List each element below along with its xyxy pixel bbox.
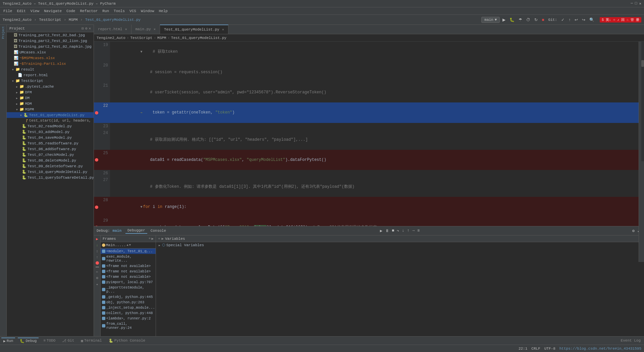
tree-item-test09[interactable]: 🐍 Test_09_deleteSoftware.py (7, 163, 94, 169)
tree-item-test11[interactable]: 🐍 Test_11_querySoftwareDetail.py (7, 175, 94, 180)
tree-item-napkin-jpg[interactable]: 🖼 Training_part2_Test_02_napkin.jpg (7, 44, 94, 49)
run-config-selector[interactable]: main ▼ (481, 17, 500, 23)
tree-item-test06[interactable]: 🐍 Test_06_addSoftware.py (7, 146, 94, 152)
variables-expand-icon[interactable]: ▶ (162, 236, 164, 241)
tree-item-test10[interactable]: 🐍 Test_10_queryModelDetail.py (7, 169, 94, 175)
bp-24[interactable] (94, 130, 99, 150)
bp-19[interactable] (94, 42, 99, 62)
code-editor[interactable]: 19 ▼ # 获取token 20 # session = requests.s… (94, 42, 644, 226)
debug-icon-pause[interactable]: ⏸ (384, 228, 390, 233)
menu-view[interactable]: View (29, 8, 41, 14)
stop-button[interactable]: ■ (540, 17, 545, 23)
menu-window[interactable]: Window (139, 8, 156, 14)
step-over-icon[interactable]: ↓ (96, 243, 98, 247)
step-out-icon[interactable]: ↑ (96, 255, 98, 259)
event-log-tab[interactable]: Event Log (619, 338, 643, 343)
scrollbar-thumb[interactable] (641, 60, 644, 67)
debug-icon-stop[interactable]: ■ (391, 228, 395, 233)
debug-icon-step-into[interactable]: ↓ (401, 228, 405, 233)
fold-icon-28[interactable]: ▼ (140, 205, 142, 209)
frame-item-9[interactable]: _inject_setup_module... (101, 305, 156, 310)
tree-item-umcases[interactable]: 📊 UMcases.xlsx (7, 49, 94, 55)
tree-item-test02[interactable]: 🐍 Test_02_readModel.py (7, 123, 94, 129)
thread-down-icon[interactable]: ▼ (129, 244, 131, 247)
tree-item-bad-jpg[interactable]: 🖼 Training_part2_Test_02_bad.jpg (7, 32, 94, 38)
tree-item-test07[interactable]: 🐍 Test_07_checkModel.py (7, 152, 94, 158)
tree-item-report-html[interactable]: 📄 report.html (7, 72, 94, 78)
debug-settings-icon[interactable]: ⚙ (632, 228, 635, 233)
minimize-button[interactable]: ─ (631, 1, 633, 6)
fold-icon-19[interactable]: ▼ (140, 50, 142, 54)
search-everywhere-button[interactable]: 🔍 (588, 17, 596, 23)
debug-tab-bottom[interactable]: 🐛 Debug (18, 338, 39, 344)
undo-button[interactable]: ↩ (573, 17, 579, 23)
run-button[interactable]: ▶ (501, 17, 507, 23)
breakpoint-icon[interactable] (96, 261, 99, 265)
terminal-tab[interactable]: ▣ Terminal (79, 338, 104, 344)
frame-item-3[interactable]: <frame not available> (101, 269, 156, 274)
tree-item-test08[interactable]: 🐍 Test_08_deleteModel.py (7, 158, 94, 163)
profile-button[interactable]: ⏱ (525, 17, 532, 23)
maximize-button[interactable]: □ (635, 1, 637, 6)
debug-icon-step-out[interactable]: ↑ (407, 228, 410, 233)
bp-27[interactable] (94, 177, 99, 197)
git-check-button[interactable]: ✓ (560, 17, 566, 23)
tree-item-mspm[interactable]: 📁 MSPM (7, 106, 94, 112)
frame-item-7[interactable]: _getobj, python.py:445 (101, 294, 156, 300)
menu-code[interactable]: Code (64, 8, 77, 14)
debug-icon-evaluate[interactable]: ≡ (417, 228, 420, 233)
bp-25[interactable] (94, 150, 99, 170)
bp-23[interactable] (94, 123, 99, 130)
bp-21[interactable] (94, 82, 99, 102)
menu-tools[interactable]: Tools (112, 8, 127, 14)
breadcrumb-tengine[interactable]: Tengine2_Auto (97, 36, 125, 40)
redo-button[interactable]: ↪ (581, 17, 587, 23)
breadcrumb-file[interactable]: Test_01_queryModelList.py (171, 36, 226, 40)
project-icon[interactable]: Project (2, 26, 5, 39)
variables-add-icon[interactable]: + (158, 237, 160, 241)
menu-help[interactable]: Help (157, 8, 170, 14)
window-controls[interactable]: ─ □ ✕ (631, 1, 641, 6)
step-into-icon[interactable]: ↕ (96, 249, 98, 253)
sougou-input-bar[interactable]: S 英↓ ○ ♪ 回 ♘ 管 册 (600, 17, 641, 23)
bp-22[interactable] (94, 102, 99, 123)
tree-item-mdm[interactable]: 📁 MDM (7, 101, 94, 106)
frame-item-10[interactable]: collect, python.py:448 (101, 310, 156, 316)
tree-item-lion-jpg[interactable]: 🖼 Training_part2_Test_02_lion.jpg (7, 38, 94, 44)
tree-item-test03[interactable]: 🐍 Test_03_addModel.py (7, 129, 94, 135)
debug-icon-resume[interactable]: ▶ (379, 228, 383, 233)
debug-analyze-icon[interactable]: ✦ (96, 282, 98, 287)
toolbar-active-file[interactable]: Test_01_queryModelList.py (85, 18, 141, 22)
debug-tab-console[interactable]: Console (149, 228, 168, 233)
frame-item-5[interactable]: pyimport, local.py:707 (101, 279, 156, 285)
project-close-icon[interactable]: ✕ (89, 26, 91, 31)
toolbar-mspm[interactable]: MSPM (69, 18, 77, 22)
run-tab[interactable]: ▶ Run (1, 338, 15, 344)
debug-button[interactable]: 🐛 (508, 17, 516, 23)
crlf[interactable]: CRLF (531, 347, 540, 351)
git-branch[interactable]: https://blog.csdn.net/hre#in_43431595 (559, 347, 641, 351)
close-button[interactable]: ✕ (639, 1, 641, 6)
frames-expand-icon[interactable]: ▶ (151, 236, 154, 241)
tree-item-mspmcases[interactable]: 📊 ~$MSPMcases.xlsx (7, 55, 94, 61)
tab-report-html[interactable]: report.html ✕ (94, 25, 131, 34)
debug-pencil-icon[interactable]: ✏ (96, 269, 98, 274)
thread-up-icon[interactable]: ▲ (126, 244, 128, 247)
tree-item-testscript[interactable]: 📁 TestScript (7, 78, 94, 84)
close-tab-icon[interactable]: ✕ (154, 27, 156, 31)
bp-20[interactable] (94, 62, 99, 82)
menu-file[interactable]: File (1, 8, 14, 14)
tree-item-dm[interactable]: 📁 DM (7, 95, 94, 101)
close-tab-icon[interactable]: ✕ (125, 27, 127, 31)
frame-item-1[interactable]: exec_module, rewrite... (101, 254, 156, 263)
tree-item-test04[interactable]: 🐍 Test_04_saveModel.py (7, 135, 94, 140)
tree-item-dfm[interactable]: 📁 DFM (7, 89, 94, 95)
todo-tab[interactable]: ≡ TODO (41, 338, 57, 343)
breadcrumb-testscript[interactable]: TestScript (130, 36, 152, 40)
bp-26[interactable] (94, 170, 99, 177)
frame-item-8[interactable]: obj, python.py:263 (101, 300, 156, 305)
debug-settings-icon2[interactable]: ⚙ (96, 276, 98, 280)
toolbar-testscript[interactable]: TestScript (39, 18, 61, 22)
reload-button[interactable]: ↻ (533, 17, 539, 23)
frame-item-4[interactable]: <frame not available> (101, 274, 156, 279)
